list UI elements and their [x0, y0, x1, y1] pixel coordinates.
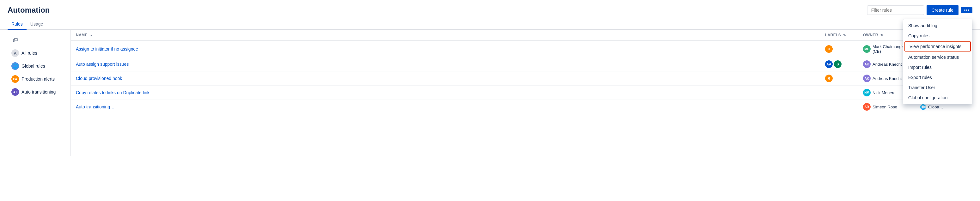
- page-header: Automation Create rule Show audit log Co…: [0, 0, 980, 15]
- rules-table: Name ▲ Labels ⇅ Owner ⇅ Project Assign t…: [71, 30, 972, 156]
- sidebar-label-global-rules: Global rules: [22, 64, 45, 69]
- global-rules-avatar: 🌐: [11, 62, 19, 70]
- table-header: Name ▲ Labels ⇅ Owner ⇅ Project: [71, 30, 972, 41]
- sidebar-label-production-alerts: Production alerts: [22, 77, 55, 81]
- dropdown-item-export-rules[interactable]: Export rules: [903, 72, 972, 83]
- sidebar-label-auto-transitioning: Auto transitioning: [22, 89, 56, 94]
- label-badge-r: R: [825, 45, 833, 53]
- dropdown-item-transfer-user[interactable]: Transfer User: [903, 83, 972, 93]
- rule-name-3[interactable]: Copy relates to links on Duplicate link: [76, 90, 150, 95]
- row3-name-cell: Copy relates to links on Duplicate link: [76, 90, 825, 95]
- production-alerts-avatar: PA: [11, 75, 19, 83]
- all-rules-avatar: A: [11, 49, 19, 57]
- page-title: Automation: [8, 6, 49, 14]
- sort-name-icon[interactable]: ▲: [89, 34, 92, 37]
- row1-name-cell: Auto assign support issues: [76, 62, 825, 67]
- owner-name-4: Simeon Rose: [872, 105, 897, 109]
- globe-icon-4: 🌐: [920, 104, 926, 110]
- table-row: Copy relates to links on Duplicate link …: [71, 86, 972, 100]
- owner-avatar-4: SR: [863, 103, 870, 111]
- dropdown-item-automation-service-status[interactable]: Automation service status: [903, 52, 972, 62]
- sidebar-label-all-rules: All rules: [22, 51, 37, 56]
- dropdown-item-show-audit-log[interactable]: Show audit log: [903, 21, 972, 31]
- tab-usage[interactable]: Usage: [27, 19, 47, 30]
- more-options-button[interactable]: [961, 7, 972, 13]
- dropdown-item-view-performance-insights[interactable]: View performance insights: [904, 41, 971, 51]
- filter-rules-input[interactable]: [867, 5, 924, 15]
- owner-avatar-3: NM: [863, 89, 870, 96]
- label-badge-s: S: [834, 61, 842, 68]
- sort-labels-icon[interactable]: ⇅: [843, 34, 846, 37]
- col-labels: Labels ⇅: [825, 33, 863, 37]
- label-badge-r2: R: [825, 75, 833, 82]
- sidebar-item-production-alerts[interactable]: PA Production alerts: [8, 73, 70, 85]
- row2-labels-cell: R: [825, 75, 863, 82]
- row2-name-cell: Cloud provisioned hook: [76, 76, 825, 81]
- sidebar: 🏷 A All rules 🌐 Global rules PA Producti…: [8, 30, 71, 156]
- ellipsis-icon: [964, 10, 969, 11]
- row0-name-cell: Assign to initiator if no assignee: [76, 46, 825, 51]
- rule-name-0[interactable]: Assign to initiator if no assignee: [76, 46, 138, 51]
- table-row: Assign to initiator if no assignee R MC …: [71, 41, 972, 57]
- nav-tabs: Rules Usage: [0, 15, 980, 30]
- owner-avatar-0: MC: [863, 45, 870, 53]
- row4-name-cell: Auto transitioning…: [76, 104, 825, 109]
- sort-owner-icon[interactable]: ⇅: [880, 34, 883, 37]
- sidebar-item-all-rules[interactable]: A All rules: [8, 47, 70, 59]
- rule-name-2[interactable]: Cloud provisioned hook: [76, 76, 122, 81]
- main-content: 🏷 A All rules 🌐 Global rules PA Producti…: [0, 30, 980, 156]
- sidebar-item-tag[interactable]: 🏷: [8, 34, 70, 46]
- row0-labels-cell: R: [825, 45, 863, 53]
- table-row: Auto assign support issues AA S AK Andre…: [71, 57, 972, 72]
- owner-avatar-1: AK: [863, 61, 870, 68]
- owner-name-3: Nick Menere: [872, 90, 896, 95]
- dropdown-item-copy-rules[interactable]: Copy rules: [903, 31, 972, 41]
- tab-rules[interactable]: Rules: [8, 19, 27, 30]
- table-row: Auto transitioning… SR Simeon Rose 🌐 Glo…: [71, 100, 972, 114]
- owner-avatar-2: AK: [863, 75, 870, 82]
- project-text-4: Globa…: [928, 105, 943, 109]
- label-badge-aa: AA: [825, 61, 833, 68]
- table-row: Cloud provisioned hook R AK Andreas Knec…: [71, 72, 972, 86]
- rule-name-1[interactable]: Auto assign support issues: [76, 62, 129, 67]
- dropdown-menu: Show audit log Copy rules View performan…: [903, 19, 972, 104]
- create-rule-button[interactable]: Create rule: [927, 5, 958, 15]
- rule-name-4[interactable]: Auto transitioning…: [76, 104, 115, 109]
- header-actions: Create rule Show audit log Copy rules Vi…: [867, 5, 972, 15]
- row1-labels-cell: AA S: [825, 61, 863, 68]
- sidebar-item-auto-transitioning[interactable]: AT Auto transitioning: [8, 86, 70, 98]
- col-name: Name ▲: [76, 33, 825, 37]
- dropdown-item-import-rules[interactable]: Import rules: [903, 62, 972, 72]
- row4-project-cell: 🌐 Globa…: [920, 104, 967, 110]
- sidebar-item-global-rules[interactable]: 🌐 Global rules: [8, 60, 70, 72]
- dropdown-item-global-configuration[interactable]: Global configuration: [903, 93, 972, 103]
- tag-icon: 🏷: [11, 36, 19, 44]
- auto-transitioning-avatar: AT: [11, 88, 19, 96]
